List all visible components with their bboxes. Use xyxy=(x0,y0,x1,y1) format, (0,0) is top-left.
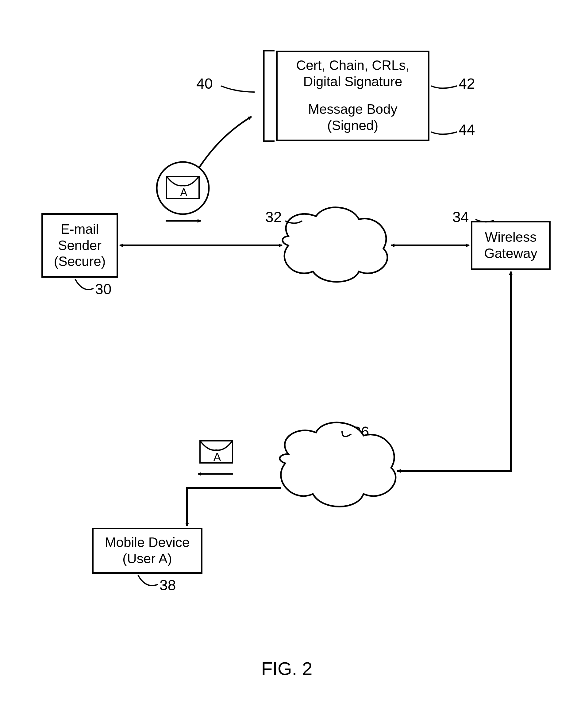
msg-header-line2: Digital Signature xyxy=(303,74,403,89)
msg-body-box: Message Body (Signed) xyxy=(276,95,429,141)
email-sender-line2: Sender xyxy=(58,238,102,253)
wireless-network-label: Wireless Network xyxy=(298,457,374,489)
envelope-letter-top: A xyxy=(180,186,188,199)
ref-42: 42 xyxy=(459,75,475,92)
ref-40: 40 xyxy=(196,75,213,92)
md-line1: Mobile Device xyxy=(105,535,190,550)
callout-envelope-to-bracket xyxy=(199,116,252,167)
msg-header-box: Cert, Chain, CRLs, Digital Signature xyxy=(276,51,429,97)
msg-body-line1: Message Body xyxy=(308,102,397,116)
wg-line1: Wireless xyxy=(485,229,537,245)
wn-line1: Wireless xyxy=(309,457,363,473)
msg-header-line1: Cert, Chain, CRLs, xyxy=(296,58,409,73)
envelope-letter-bottom: A xyxy=(213,451,221,464)
ref-44: 44 xyxy=(459,121,475,138)
email-sender-line1: E-mail xyxy=(61,221,99,237)
email-sender-line3: (Secure) xyxy=(54,254,106,269)
figure-caption: FIG. 2 xyxy=(252,658,322,679)
wireless-gateway-box: Wireless Gateway xyxy=(471,221,551,270)
email-sender-box: E-mail Sender (Secure) xyxy=(41,213,118,278)
link-wireless-mobile xyxy=(187,488,281,526)
message-bracket xyxy=(264,51,274,141)
ref-34: 34 xyxy=(453,209,469,225)
envelope-icon-top: A xyxy=(166,176,200,199)
ref-30: 30 xyxy=(95,281,111,298)
wg-line2: Gateway xyxy=(484,246,537,261)
md-line2: (User A) xyxy=(122,551,172,566)
envelope-icon-bottom: A xyxy=(199,440,233,464)
msg-body-line2: (Signed) xyxy=(327,118,378,133)
link-gateway-wireless xyxy=(397,271,511,471)
ref-32: 32 xyxy=(265,209,281,225)
ref-38: 38 xyxy=(159,577,176,593)
wan-label: WAN xyxy=(319,238,352,254)
ref-36: 36 xyxy=(353,423,369,440)
wn-line2: Network xyxy=(310,473,362,489)
mobile-device-box: Mobile Device (User A) xyxy=(92,528,202,574)
